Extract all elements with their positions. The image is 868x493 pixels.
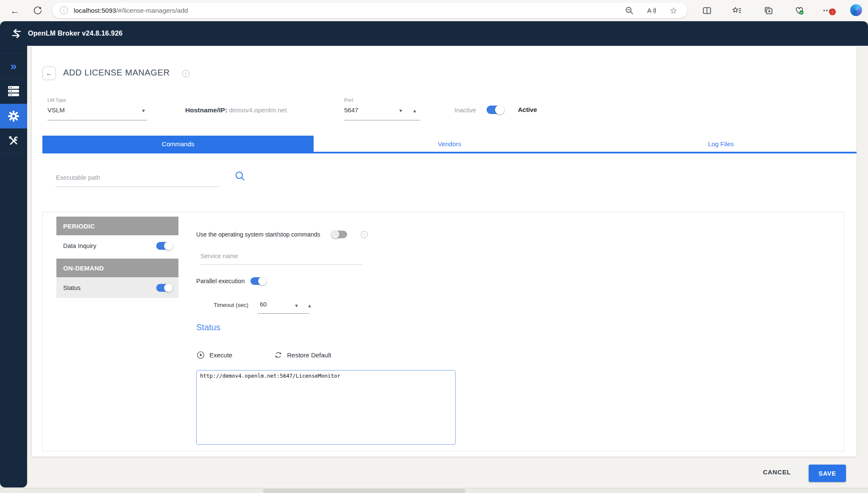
parallel-execution-row: Parallel execution (196, 277, 267, 285)
command-label: Data Inquiry (63, 242, 96, 249)
os-commands-info-icon[interactable] (361, 231, 368, 238)
page-title-info-icon[interactable] (182, 70, 189, 77)
status-section-title: Status (196, 323, 220, 332)
port-decrement-icon[interactable] (398, 109, 403, 113)
favorite-star-icon[interactable] (668, 5, 679, 16)
inactive-label: Inactive (454, 106, 476, 114)
browser-toolbar: localhost:5093/#/license-managers/add A (0, 0, 868, 21)
timeout-label: Timeout (sec) (214, 302, 248, 308)
port-underline (344, 120, 420, 120)
active-label: Active (518, 106, 537, 113)
tab-bar: Commands Vendors Log Files (42, 136, 857, 152)
settings-more-icon[interactable] (821, 5, 832, 16)
zoom-out-icon[interactable] (624, 5, 635, 16)
port-value[interactable]: 5647 (344, 106, 358, 114)
update-badge-icon (829, 8, 836, 15)
status-toggle[interactable] (156, 284, 172, 291)
back-button[interactable] (42, 67, 56, 80)
copilot-icon[interactable] (850, 4, 862, 16)
restore-default-button[interactable]: Restore Default (274, 351, 331, 359)
parallel-execution-toggle[interactable] (250, 277, 266, 285)
cancel-button[interactable]: CANCEL (759, 468, 795, 476)
toggle-knob (164, 283, 172, 292)
os-commands-label: Use the operating system start/stop comm… (196, 231, 320, 238)
port-increment-icon[interactable] (412, 109, 417, 113)
save-button[interactable]: SAVE (809, 465, 846, 482)
timeout-increment-icon[interactable] (307, 304, 312, 308)
url-host: localhost:5093 (74, 7, 116, 14)
site-info-icon[interactable] (60, 6, 68, 14)
horizontal-scrollbar-thumb[interactable] (263, 489, 465, 493)
toggle-knob (331, 230, 339, 239)
os-commands-toggle[interactable] (332, 231, 347, 238)
execute-label: Execute (209, 351, 232, 359)
address-bar[interactable]: localhost:5093/#/license-managers/add A (52, 3, 687, 18)
parallel-execution-label: Parallel execution (196, 278, 245, 284)
split-screen-icon[interactable] (701, 5, 712, 16)
sidebar-item-settings[interactable] (0, 104, 27, 128)
command-row-data-inquiry[interactable]: Data Inquiry (56, 235, 178, 256)
os-commands-row: Use the operating system start/stop comm… (196, 230, 368, 239)
sidebar-item-license-managers[interactable] (0, 79, 27, 104)
browser-refresh-icon[interactable] (32, 5, 43, 16)
lm-type-underline (47, 120, 147, 120)
execute-button[interactable]: Execute (196, 351, 232, 359)
back-arrow-icon (46, 70, 53, 77)
executable-path-input[interactable] (55, 169, 220, 187)
service-name-input[interactable] (200, 248, 362, 265)
app-title: OpenLM Broker v24.8.16.926 (28, 30, 122, 37)
openlm-logo-icon (10, 28, 23, 39)
sidebar-item-expand[interactable] (0, 54, 27, 79)
tools-icon (8, 135, 19, 146)
url-path: /#/license-managers/add (116, 7, 188, 14)
toggle-knob (495, 105, 504, 114)
double-chevron-right-icon (11, 61, 17, 72)
lm-type-label: LM Type (47, 97, 66, 103)
toggle-knob (164, 241, 172, 250)
screen: localhost:5093/#/license-managers/add A (0, 0, 868, 493)
collections-icon[interactable] (763, 5, 774, 16)
browser-back-icon[interactable] (9, 5, 20, 16)
group-header-periodic: PERIODIC (56, 217, 178, 235)
timeout-input[interactable]: 60 (260, 301, 267, 308)
url-text[interactable]: localhost:5093/#/license-managers/add (74, 7, 188, 14)
active-toggle[interactable] (487, 106, 504, 114)
hostname-label: Hostname/IP: (185, 106, 227, 114)
search-icon[interactable] (234, 170, 245, 181)
tab-vendors[interactable]: Vendors (314, 136, 585, 152)
favorites-icon[interactable] (732, 5, 743, 16)
play-icon (196, 351, 205, 359)
read-aloud-icon[interactable]: A (646, 5, 657, 16)
data-inquiry-toggle[interactable] (156, 242, 172, 249)
command-textarea[interactable]: http://demov4.openlm.net:5647/LicenseMon… (196, 370, 456, 445)
svg-text:A: A (647, 7, 651, 14)
timeout-decrement-icon[interactable] (294, 304, 299, 308)
tab-commands[interactable]: Commands (42, 136, 314, 152)
refresh-icon (274, 351, 283, 359)
tab-log-files[interactable]: Log Files (585, 136, 857, 152)
gear-icon (8, 110, 19, 122)
command-list: PERIODIC Data Inquiry ON-DEMAND Status (56, 217, 178, 298)
port-label: Port (344, 97, 353, 103)
lm-type-dropdown-icon[interactable] (141, 109, 146, 113)
group-header-on-demand: ON-DEMAND (56, 259, 178, 277)
commands-panel: PERIODIC Data Inquiry ON-DEMAND Status U… (42, 212, 844, 451)
restore-default-label: Restore Default (287, 351, 331, 359)
command-label: Status (63, 284, 81, 291)
toggle-knob (258, 277, 267, 285)
command-row-status[interactable]: Status (56, 277, 178, 298)
hostname-value: demov4.openlm.net (227, 106, 287, 114)
browser-essentials-icon[interactable] (794, 5, 805, 16)
page-title: ADD LICENSE MANAGER (63, 68, 170, 78)
command-actions: Execute Restore Default (196, 347, 331, 362)
tab-indicator-bar (42, 152, 857, 153)
add-license-manager-card: ADD LICENSE MANAGER LM Type VSLM Hostnam… (32, 47, 857, 457)
sidebar (0, 46, 27, 487)
server-stack-icon (7, 85, 20, 97)
timeout-underline (258, 313, 309, 314)
sidebar-item-tools[interactable] (0, 128, 27, 153)
hostname-field: Hostname/IP: demov4.openlm.net (185, 106, 287, 114)
app-header: OpenLM Broker v24.8.16.926 (0, 21, 868, 46)
lm-type-value[interactable]: VSLM (47, 106, 65, 114)
horizontal-scrollbar (0, 488, 868, 493)
